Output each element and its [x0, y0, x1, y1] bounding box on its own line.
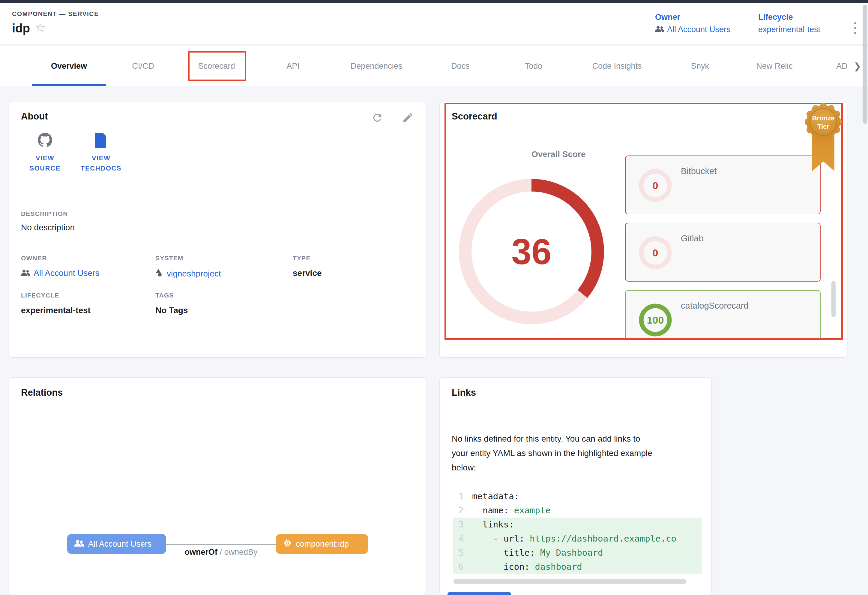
code-line-number: 5: [453, 546, 464, 560]
relation-edge: [166, 544, 276, 545]
field-value[interactable]: vigneshproject: [155, 268, 221, 279]
quicklink-view-source[interactable]: VIEW SOURCE: [16, 133, 74, 173]
score-item-value: 100: [636, 301, 674, 339]
header-lifecycle: Lifecycle experimental-test: [758, 13, 820, 34]
window-top-strip: [0, 0, 868, 3]
tab-docs[interactable]: Docs: [451, 61, 470, 71]
links-card: Links No links defined for this entity. …: [440, 377, 712, 595]
code-line-4: 4 - url: https://dashboard.example.co: [453, 532, 702, 546]
links-message-line: below:: [452, 460, 701, 475]
code-line-number: 6: [453, 560, 464, 574]
owner-label: Owner: [655, 13, 731, 22]
overall-score-gauge: 36: [459, 179, 604, 324]
code-horizontal-scrollbar[interactable]: [453, 579, 686, 584]
quicklink-label: VIEW SOURCE: [16, 153, 74, 173]
code-line-number: 2: [453, 503, 464, 518]
relations-title: Relations: [21, 387, 63, 398]
field-value[interactable]: All Account Users: [21, 268, 99, 278]
relation-node-component[interactable]: component:idp: [276, 534, 368, 554]
yaml-code-block: 1metadata:2 name: example3 links:4 - url…: [453, 489, 702, 574]
lifecycle-label: Lifecycle: [758, 13, 820, 22]
chevron-right-icon[interactable]: ❯: [853, 61, 861, 71]
field-label: TAGS: [155, 292, 188, 299]
field-tags: TAGSNo Tags: [155, 292, 188, 315]
people-icon: [655, 25, 664, 34]
kebab-menu-icon[interactable]: [850, 18, 860, 38]
field-label: LIFECYCLE: [21, 292, 91, 299]
field-label: SYSTEM: [155, 255, 221, 262]
people-icon: [21, 268, 30, 278]
score-item-name: catalogScorecard: [681, 301, 748, 311]
tab-ad[interactable]: AD: [836, 61, 847, 71]
links-message-line: No links defined for this entity. You ca…: [452, 432, 701, 446]
relation-node-owner-label: All Account Users: [88, 539, 152, 549]
page-title: idp: [12, 22, 30, 35]
score-list-scrollbar[interactable]: [831, 281, 836, 317]
techdocs-icon: [72, 133, 130, 149]
overall-score-value: 36: [459, 179, 604, 324]
code-line-5: 5 title: My Dashboard: [453, 546, 702, 560]
breadcrumb: COMPONENT — SERVICE: [12, 10, 99, 18]
relation-node-owner[interactable]: All Account Users: [67, 534, 166, 554]
tab-ci-cd[interactable]: CI/CD: [132, 61, 154, 71]
relation-edge-label: ownerOf / ownedBy: [166, 548, 276, 557]
code-line-2: 2 name: example: [453, 503, 702, 518]
code-line-1: 1metadata:: [453, 489, 702, 503]
quicklink-view-techdocs[interactable]: VIEW TECHDOCS: [72, 133, 130, 173]
tab-new-relic[interactable]: New Relic: [756, 61, 793, 71]
tab-dependencies[interactable]: Dependencies: [351, 61, 403, 71]
score-item-name: Gitlab: [681, 234, 704, 243]
scorecard-title: Scorecard: [452, 111, 497, 122]
field-value: service: [293, 268, 322, 278]
field-label: OWNER: [21, 255, 99, 262]
field-system: SYSTEMvigneshproject: [155, 255, 221, 279]
overall-score-label: Overall Score: [531, 149, 586, 159]
favorite-star-icon[interactable]: ☆: [35, 22, 46, 34]
field-value: experimental-test: [21, 306, 91, 315]
tab-todo[interactable]: Todo: [525, 61, 543, 71]
score-items-list: 0Bitbucket0Gitlab100catalogScorecard: [625, 155, 821, 339]
code-line-number: 1: [453, 489, 464, 503]
read-more-button[interactable]: [447, 592, 511, 595]
system-icon: [155, 268, 163, 279]
description-value: No description: [21, 223, 75, 232]
field-lifecycle: LIFECYCLEexperimental-test: [21, 292, 91, 315]
score-item-value: 0: [636, 167, 674, 204]
edge-label-primary: ownerOf: [185, 548, 217, 557]
description-label: DESCRIPTION: [21, 210, 68, 218]
relations-card: Relations ownerOf / ownedBy All Account …: [9, 377, 426, 595]
field-label: TYPE: [293, 255, 322, 262]
field-owner: OWNERAll Account Users: [21, 255, 99, 278]
links-title: Links: [452, 387, 476, 398]
about-title: About: [21, 111, 48, 122]
quicklink-label: VIEW TECHDOCS: [72, 153, 130, 173]
tab-snyk[interactable]: Snyk: [691, 61, 709, 71]
owner-value: All Account Users: [667, 25, 731, 34]
links-message-line: your entity YAML as shown in the highlig…: [452, 446, 701, 460]
score-item-bitbucket[interactable]: 0Bitbucket: [625, 155, 821, 215]
page-scrollbar[interactable]: [863, 5, 867, 124]
owner-link[interactable]: All Account Users: [655, 25, 731, 34]
users-icon: [74, 539, 84, 549]
tab-overview[interactable]: Overview: [51, 61, 87, 71]
code-line-number: 4: [453, 532, 464, 546]
tab-api[interactable]: API: [286, 61, 300, 71]
score-item-catalogscorecard[interactable]: 100catalogScorecard: [625, 290, 821, 339]
field-type: TYPEservice: [293, 255, 322, 278]
badge-line1: Bronze: [812, 114, 835, 122]
code-line-number: 3: [453, 518, 464, 532]
github-icon: [16, 133, 74, 149]
lifecycle-value[interactable]: experimental-test: [758, 25, 820, 34]
active-tab-underline: [32, 84, 106, 86]
score-item-value: 0: [636, 234, 674, 272]
links-empty-message: No links defined for this entity. You ca…: [452, 432, 701, 475]
edit-icon[interactable]: [402, 112, 414, 125]
code-line-6: 6 icon: dashboard: [453, 560, 702, 574]
refresh-icon[interactable]: [371, 112, 383, 125]
scorecard-tab-annotation: [188, 51, 246, 81]
bronze-tier-badge: Bronze Tier: [805, 103, 841, 179]
score-item-gitlab[interactable]: 0Gitlab: [625, 223, 821, 281]
tab-code-insights[interactable]: Code Insights: [592, 61, 642, 71]
chip-icon: [283, 539, 292, 549]
about-card: About VIEW SOURCEVIEW TECHDOCS DESCRIPTI…: [9, 101, 426, 357]
